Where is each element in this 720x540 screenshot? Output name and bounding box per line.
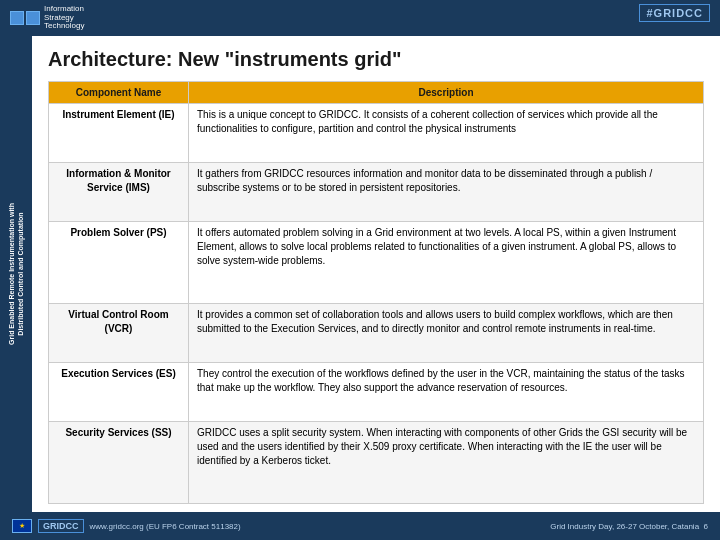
sidebar-text: Grid Enabled Remote Instrumentation with…	[7, 174, 25, 374]
component-cell: Virtual Control Room (VCR)	[49, 303, 189, 362]
table-row: Security Services (SS)GRIDCC uses a spli…	[49, 422, 704, 504]
footer-website: www.gridcc.org (EU FP6 Contract 511382)	[90, 522, 241, 531]
table-row: Information & Monitor Service (IMS)It ga…	[49, 163, 704, 222]
component-cell: Problem Solver (PS)	[49, 222, 189, 304]
col-header-component: Component Name	[49, 82, 189, 104]
table-row: Execution Services (ES)They control the …	[49, 363, 704, 422]
eu-logo-icon: ★	[12, 519, 32, 533]
top-bar: InformationStrategyTechnology #GRIDCC	[0, 0, 720, 36]
component-cell: Execution Services (ES)	[49, 363, 189, 422]
component-cell: Information & Monitor Service (IMS)	[49, 163, 189, 222]
page-wrapper: InformationStrategyTechnology #GRIDCC Gr…	[0, 0, 720, 540]
description-cell: They control the execution of the workfl…	[189, 363, 704, 422]
footer-left: ★ GRIDCC www.gridcc.org (EU FP6 Contract…	[12, 519, 241, 533]
logo-icons	[10, 11, 40, 25]
component-cell: Security Services (SS)	[49, 422, 189, 504]
header-gridcc-logo: #GRIDCC	[639, 4, 710, 22]
col-header-description: Description	[189, 82, 704, 104]
logo-icon-1	[10, 11, 24, 25]
table-row: Virtual Control Room (VCR)It provides a …	[49, 303, 704, 362]
top-bar-logo: InformationStrategyTechnology	[10, 5, 84, 31]
content-area: Architecture: New "instruments grid" Com…	[32, 36, 720, 512]
footer: ★ GRIDCC www.gridcc.org (EU FP6 Contract…	[0, 512, 720, 540]
description-cell: It gathers from GRIDCC resources informa…	[189, 163, 704, 222]
footer-gridcc-logo: GRIDCC	[38, 519, 84, 533]
description-cell: It offers automated problem solving in a…	[189, 222, 704, 304]
description-cell: It provides a common set of collaboratio…	[189, 303, 704, 362]
table-row: Problem Solver (PS)It offers automated p…	[49, 222, 704, 304]
description-cell: GRIDCC uses a split security system. Whe…	[189, 422, 704, 504]
logo-text: InformationStrategyTechnology	[44, 5, 84, 31]
page-title: Architecture: New "instruments grid"	[48, 48, 704, 71]
architecture-table: Component Name Description Instrument El…	[48, 81, 704, 504]
footer-event: Grid Industry Day, 26-27 October, Catani…	[550, 522, 708, 531]
left-sidebar: Grid Enabled Remote Instrumentation with…	[0, 36, 32, 512]
table-row: Instrument Element (IE)This is a unique …	[49, 104, 704, 163]
main-content: Grid Enabled Remote Instrumentation with…	[0, 36, 720, 512]
description-cell: This is a unique concept to GRIDCC. It c…	[189, 104, 704, 163]
logo-icon-2	[26, 11, 40, 25]
component-cell: Instrument Element (IE)	[49, 104, 189, 163]
